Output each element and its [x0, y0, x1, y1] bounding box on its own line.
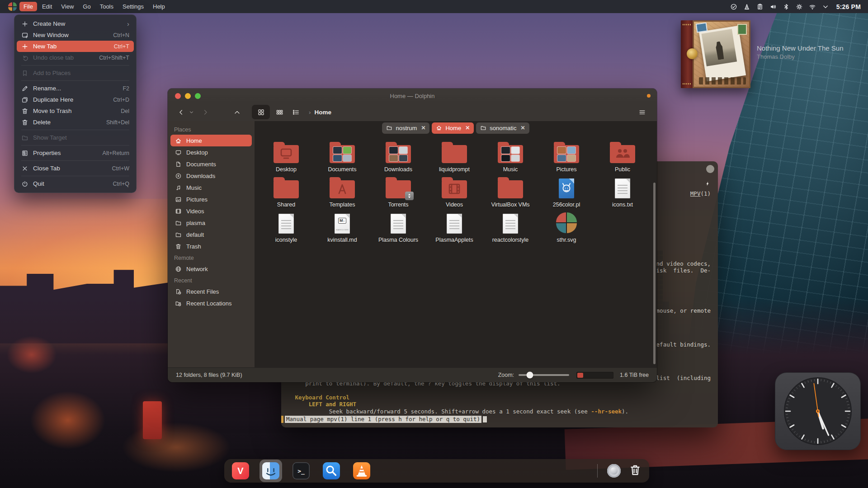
file-item-desktop[interactable]: Desktop [258, 139, 314, 174]
file-item-iconstyle[interactable]: iconstyle [258, 210, 314, 245]
minimize-window-button[interactable] [185, 93, 191, 99]
chevron-up-icon [233, 108, 241, 116]
file-item-torrents[interactable]: Torrents [370, 174, 426, 210]
file-menu-item-move-to-trash[interactable]: Move to TrashDel [17, 105, 134, 117]
file-menu-item-undo-close-tab: Undo close tabCtrl+Shift+T [17, 52, 134, 63]
forward-button[interactable] [198, 105, 212, 119]
file-item-plasmaapplets[interactable]: PlasmaApplets [426, 210, 482, 245]
tray-bluetooth[interactable] [783, 3, 790, 10]
download-icon [175, 173, 182, 179]
tray-brightness[interactable] [796, 3, 803, 10]
file-item-kvinstall-md[interactable]: M↓MARKDOWNkvinstall.md [314, 210, 370, 245]
file-label: Documents [328, 166, 356, 173]
file-item-256color-pl[interactable]: 256color.pl [538, 174, 594, 210]
file-item-reactcolorstyle[interactable]: reactcolorstyle [482, 210, 538, 245]
file-item-public[interactable]: Public [594, 139, 651, 174]
menubar-menu-view[interactable]: View [57, 2, 78, 11]
tab-nostrum[interactable]: nostrum✕ [382, 122, 429, 134]
zoom-slider[interactable] [519, 374, 569, 376]
file-item-videos[interactable]: Videos [426, 174, 482, 210]
menubar-menu-help[interactable]: Help [149, 2, 169, 11]
titlebar[interactable]: Home — Dolphin [168, 89, 657, 103]
sidebar-item-network[interactable]: Network [170, 263, 252, 275]
sidebar-item-recent-locations[interactable]: Recent Locations [170, 297, 252, 309]
file-item-pictures[interactable]: Pictures [538, 139, 594, 174]
menu-hamburger-button[interactable] [635, 105, 649, 119]
file-menu-item-rename[interactable]: Rename...F2 [17, 83, 134, 94]
tray-chevron-down[interactable] [822, 3, 829, 10]
menubar-menu-edit[interactable]: Edit [38, 2, 56, 11]
file-item-plasma-colours[interactable]: Plasma Colours [370, 210, 426, 245]
document-icon [175, 161, 182, 168]
file-item-shared[interactable]: Shared [258, 174, 314, 210]
tab-close-button[interactable]: ✕ [464, 125, 470, 131]
up-button[interactable] [230, 105, 244, 119]
folder-view[interactable]: DesktopDocumentsDownloadsliquidpromptMus… [255, 135, 657, 368]
file-item-icons-txt[interactable]: icons.txt [594, 174, 651, 210]
menu-separator [21, 65, 129, 66]
file-menu-item-close-tab[interactable]: Close TabCtrl+W [17, 163, 134, 174]
menubar-menu-file[interactable]: File [19, 2, 37, 11]
sidebar-item-downloads[interactable]: Downloads [170, 170, 252, 182]
history-dropdown-button[interactable] [188, 105, 195, 119]
file-item-documents[interactable]: Documents [314, 139, 370, 174]
maximize-window-button[interactable] [195, 93, 201, 99]
back-button[interactable] [174, 105, 188, 119]
compact-view-button[interactable] [273, 105, 286, 119]
menubar-clock[interactable]: 5:26 PM [836, 3, 861, 10]
folder-preview-thumbnails [333, 147, 351, 161]
now-playing-widget[interactable]: Nothing New Under The Sun Thomas Dolby [681, 20, 862, 89]
dock-trash-icon[interactable] [628, 463, 642, 479]
file-item-music[interactable]: Music [482, 139, 538, 174]
tab-close-button[interactable]: ✕ [519, 125, 525, 131]
breadcrumb[interactable]: ›Home [309, 109, 331, 116]
file-item-downloads[interactable]: Downloads [370, 139, 426, 174]
tab-sonomatic[interactable]: sonomatic✕ [476, 122, 529, 134]
sidebar-item-videos[interactable]: Videos [170, 205, 252, 217]
file-menu-item-quit[interactable]: QuitCtrl+Q [17, 178, 134, 189]
menubar-menu-go[interactable]: Go [79, 2, 94, 11]
trash-icon [175, 243, 182, 250]
tab-close-button[interactable]: ✕ [420, 125, 425, 131]
file-item-liquidprompt[interactable]: liquidprompt [426, 139, 482, 174]
icons-view-button[interactable] [252, 105, 270, 119]
file-menu-item-new-window[interactable]: New WindowCtrl+N [17, 29, 134, 41]
details-view-button[interactable] [289, 105, 302, 119]
zoom-slider-handle[interactable] [526, 372, 533, 379]
dock-app-files[interactable] [262, 462, 280, 480]
tray-check-circle[interactable] [730, 3, 737, 10]
menubar-menu-tools[interactable]: Tools [96, 2, 118, 11]
dock-app-search[interactable] [322, 462, 340, 480]
sidebar-item-plasma[interactable]: plasma [170, 217, 252, 229]
tab-home[interactable]: Home✕ [432, 122, 474, 134]
file-menu-item-create-new[interactable]: Create New› [17, 18, 134, 29]
file-item-virtualbox-vms[interactable]: VirtualBox VMs [482, 174, 538, 210]
file-menu-item-delete[interactable]: DeleteShift+Del [17, 117, 134, 128]
menubar-menu-settings[interactable]: Settings [118, 2, 148, 11]
file-item-sthr-svg[interactable]: sthr.svg [538, 210, 594, 245]
tray-wifi[interactable] [809, 3, 816, 10]
file-menu-item-properties[interactable]: PropertiesAlt+Return [17, 147, 134, 159]
file-menu-item-duplicate-here[interactable]: Duplicate HereCtrl+D [17, 94, 134, 105]
dock-app-terminal[interactable]: >_ [292, 462, 310, 480]
sidebar-item-recent-files[interactable]: Recent Files [170, 286, 252, 297]
scrollbar[interactable] [653, 183, 656, 364]
tray-volume[interactable] [769, 3, 777, 10]
close-window-button[interactable] [175, 93, 181, 99]
tray-cone[interactable] [743, 3, 750, 10]
app-logo-icon[interactable] [8, 2, 17, 11]
file-item-templates[interactable]: Templates [314, 174, 370, 210]
sidebar-item-trash[interactable]: Trash [170, 240, 252, 252]
duplicate-icon [21, 96, 28, 103]
sidebar-item-documents[interactable]: Documents [170, 158, 252, 170]
sidebar-item-pictures[interactable]: Pictures [170, 193, 252, 205]
sidebar-item-music[interactable]: Music [170, 182, 252, 193]
dock-lens-icon[interactable] [607, 464, 621, 478]
file-menu-item-new-tab[interactable]: New TabCtrl+T [17, 41, 134, 52]
dock-app-vivaldi[interactable]: V [231, 462, 250, 480]
dock-app-vlc[interactable] [353, 462, 371, 480]
sidebar-item-default[interactable]: default [170, 229, 252, 240]
sidebar-item-home[interactable]: Home [170, 135, 252, 146]
tray-clipboard[interactable] [756, 3, 764, 10]
sidebar-item-desktop[interactable]: Desktop [170, 146, 252, 158]
